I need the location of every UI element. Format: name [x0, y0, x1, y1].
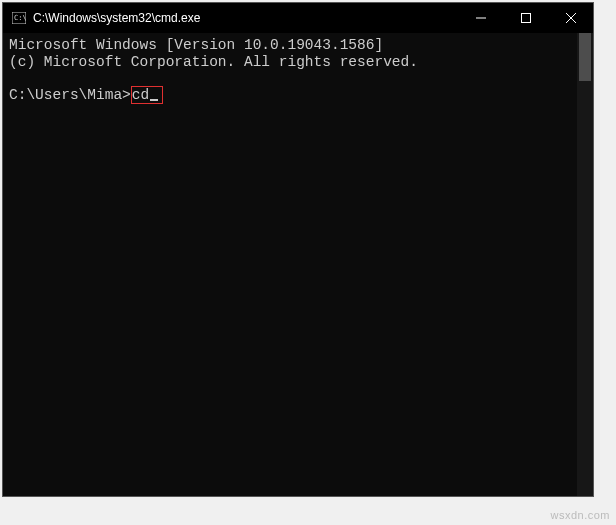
svg-rect-3 — [521, 14, 530, 23]
svg-text:C:\: C:\ — [14, 14, 26, 22]
minimize-button[interactable] — [458, 3, 503, 33]
copyright-line: (c) Microsoft Corporation. All rights re… — [9, 54, 418, 70]
titlebar[interactable]: C:\ C:\Windows\system32\cmd.exe — [3, 3, 593, 33]
prompt: C:\Users\Mima> — [9, 87, 131, 103]
typed-command: cd — [132, 87, 149, 103]
scrollbar-thumb[interactable] — [579, 33, 591, 81]
window-title: C:\Windows\system32\cmd.exe — [33, 11, 458, 25]
close-button[interactable] — [548, 3, 593, 33]
cursor — [150, 99, 158, 101]
terminal-content: Microsoft Windows [Version 10.0.19043.15… — [3, 33, 593, 108]
maximize-button[interactable] — [503, 3, 548, 33]
cmd-icon: C:\ — [11, 10, 27, 26]
scrollbar[interactable] — [577, 33, 593, 496]
window-controls — [458, 3, 593, 33]
cmd-window: C:\ C:\Windows\system32\cmd.exe Microsof… — [2, 2, 594, 497]
watermark: wsxdn.com — [550, 509, 610, 521]
version-line: Microsoft Windows [Version 10.0.19043.15… — [9, 37, 383, 53]
terminal-body[interactable]: Microsoft Windows [Version 10.0.19043.15… — [3, 33, 593, 496]
command-highlight: cd — [131, 86, 163, 104]
